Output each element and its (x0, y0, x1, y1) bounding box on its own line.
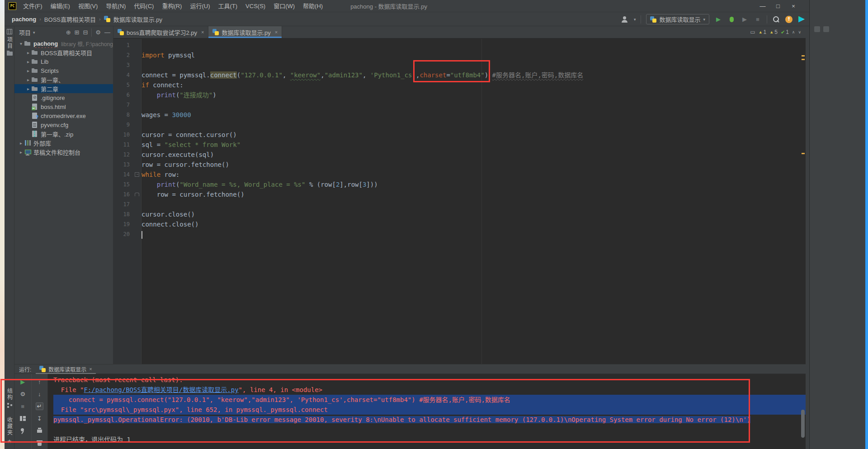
expand-all-icon[interactable]: ⊞ (75, 29, 80, 36)
tool-window-button-favorites[interactable]: 收藏夹 ★ (6, 417, 14, 444)
menu-item[interactable]: 重构(R) (158, 0, 186, 12)
menu-item[interactable]: 代码(C) (130, 0, 158, 12)
chevron-right-icon[interactable]: ▸ (18, 141, 24, 146)
console-text: 进程已结束，退出代码为 1 (53, 436, 131, 443)
debug-button[interactable] (727, 15, 736, 24)
collapse-all-icon[interactable]: ⊟ (83, 29, 88, 36)
pycharm-logo-icon: PC (9, 2, 16, 10)
user-share-icon[interactable] (621, 15, 629, 24)
close-icon[interactable]: × (275, 29, 278, 35)
close-icon[interactable]: × (201, 29, 204, 35)
tool-window-button-project[interactable]: 项目 (5, 29, 14, 56)
tree-item[interactable]: ▸草稿文件和控制台 (14, 147, 113, 156)
close-button[interactable]: × (786, 0, 801, 12)
menu-item[interactable]: 工具(T) (214, 0, 241, 12)
tree-item-label: boss.html (41, 104, 66, 110)
project-panel-title[interactable]: 项目 (19, 28, 31, 37)
tree-item[interactable]: .gitignore (14, 93, 113, 102)
tree-item[interactable]: ▸第一章、 (14, 75, 113, 84)
chevron-right-icon[interactable]: ▸ (25, 50, 31, 55)
editor-tab[interactable]: boss直聘爬取尝试学习2.py× (113, 26, 208, 38)
console-line: File "src\pymssql\_pymssql.pyx", line 65… (53, 405, 806, 415)
fold-marker[interactable] (130, 170, 142, 180)
background-icon (814, 26, 820, 32)
layout-button[interactable] (19, 415, 27, 422)
minimize-button[interactable]: — (755, 0, 770, 12)
rerun-button[interactable]: ▶ (19, 378, 27, 386)
chevron-right-icon[interactable]: ▸ (25, 86, 31, 91)
tree-item[interactable]: ▾pachonglibrary 根, F:\pachong (14, 39, 113, 48)
breadcrumb-item[interactable]: BOSS直聘相关项目 (44, 15, 96, 24)
tree-item[interactable]: ▸Lib (14, 57, 113, 66)
passed-count-value: 1 (786, 29, 789, 35)
menu-item[interactable]: 运行(U) (186, 0, 214, 12)
soft-wrap-button[interactable]: ↵ (36, 402, 43, 410)
scroll-end-button[interactable]: ↧ (36, 415, 43, 422)
tree-item[interactable]: 第一章、.zip (14, 129, 113, 138)
breadcrumb-item[interactable]: 数据库读取显示.py (113, 15, 162, 24)
close-icon[interactable]: × (89, 366, 92, 372)
tree-item[interactable]: ▸外部库 (14, 138, 113, 147)
menu-item[interactable]: VCS(S) (241, 0, 269, 12)
breadcrumb-item[interactable]: pachong (12, 16, 36, 23)
stop-button-disabled: ■ (754, 15, 762, 24)
menu-item[interactable]: 帮助(H) (299, 0, 327, 12)
inspections-widget[interactable]: ▭▲1▲5✔1∧∨ (750, 26, 801, 38)
chevron-right-icon[interactable]: ▸ (25, 68, 31, 73)
code-token: 'Python1_cs' (370, 71, 416, 79)
warning-stripe-mark[interactable] (802, 59, 805, 60)
highlight-level-icon[interactable]: ▭ (750, 29, 755, 35)
tool-window-button-structure[interactable]: 结构 (6, 388, 14, 408)
tree-item-label: 外部库 (33, 139, 51, 147)
code-editor[interactable]: 12import pymssql34connect = pymssql.conn… (113, 39, 806, 364)
down-button[interactable]: ↓ (36, 390, 43, 398)
tree-item[interactable]: ▸第二章 (14, 84, 113, 93)
clear-button[interactable] (36, 439, 43, 447)
pin-button[interactable] (19, 427, 27, 435)
hide-panel-icon[interactable]: — (104, 29, 110, 36)
chevron-right-icon[interactable]: ▸ (25, 59, 31, 64)
print-button[interactable] (36, 427, 43, 435)
stop-button[interactable]: ■ (19, 402, 27, 410)
line-number: 19 (113, 219, 130, 229)
updates-icon[interactable]: ↑ (785, 16, 793, 23)
run-with-coverage-button[interactable]: ▶ (741, 15, 749, 24)
menu-item[interactable]: 文件(F) (19, 0, 47, 12)
run-tab[interactable]: 数据库读取显示 × (36, 364, 95, 374)
warning-stripe-mark[interactable] (802, 55, 805, 57)
console-line: pymssql._pymssql.OperationalError: (2001… (53, 415, 806, 425)
prev-problem-icon[interactable]: ∧ (792, 30, 795, 34)
up-button[interactable]: ↑ (36, 378, 43, 386)
settings-button[interactable]: ⚙ (19, 390, 27, 398)
search-everywhere-icon[interactable] (772, 15, 780, 24)
warning-count-value: 1 (764, 29, 767, 35)
locate-file-icon[interactable]: ⊕ (66, 29, 71, 36)
menu-item[interactable]: 编辑(E) (47, 0, 74, 12)
run-configuration-select[interactable]: 数据库读取显示 ▾ (646, 14, 709, 24)
code-line-text: row = cursor.fetchone() (142, 160, 229, 170)
maximize-button[interactable]: □ (770, 0, 786, 12)
chevron-right-icon[interactable]: ▸ (18, 150, 24, 155)
tree-item[interactable]: pyvenv.cfg (14, 120, 113, 129)
menu-item[interactable]: 窗口(W) (269, 0, 299, 12)
menu-item[interactable]: 视图(V) (74, 0, 102, 12)
menu-item[interactable]: 导航(N) (102, 0, 130, 12)
traceback-file-link[interactable]: F:/pachong/BOSS直聘相关项目/数据库读取显示.py (84, 386, 238, 393)
console-scrollbar[interactable] (801, 410, 805, 438)
python-icon (39, 366, 46, 372)
tree-item[interactable]: chromedriver.exe (14, 111, 113, 120)
warning-stripe-mark[interactable] (802, 153, 805, 154)
tree-item[interactable]: ▸BOSS直聘相关项目 (14, 48, 113, 57)
tree-item[interactable]: ▸Scripts (14, 66, 113, 75)
project-panel: 项目 ▾ ⊕ ⊞ ⊟ ⚙ — ▾pachonglibrary 根, F:\pac… (14, 26, 113, 364)
next-problem-icon[interactable]: ∨ (798, 30, 801, 34)
editor-tab[interactable]: 数据库读取显示.py× (208, 26, 282, 38)
code-token: ])) (366, 181, 377, 188)
learn-icon[interactable] (798, 16, 805, 23)
run-console[interactable]: Traceback (most recent call last): File … (48, 374, 806, 449)
run-button[interactable]: ▶ (714, 15, 722, 24)
chevron-right-icon[interactable]: ▸ (25, 77, 31, 82)
tree-item[interactable]: boss.html (14, 102, 113, 111)
chevron-down-icon[interactable]: ▾ (18, 41, 24, 46)
gear-icon[interactable]: ⚙ (95, 29, 101, 36)
